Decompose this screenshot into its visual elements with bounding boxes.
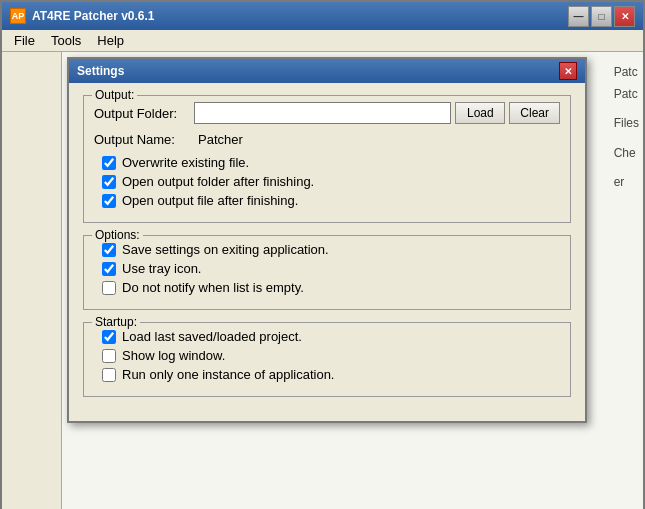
output-group: Output: Output Folder: Load Clear Output… — [83, 95, 571, 223]
modal-overlay: Settings ✕ Output: Output Folder: Load C… — [2, 2, 643, 507]
dialog-title-bar: Settings ✕ — [69, 59, 585, 83]
output-folder-row: Output Folder: Load Clear — [94, 102, 560, 124]
checkbox-overwrite-input[interactable] — [102, 156, 116, 170]
checkbox-show-log: Show log window. — [94, 348, 560, 363]
checkbox-open-file-input[interactable] — [102, 194, 116, 208]
checkbox-save-settings: Save settings on exiting application. — [94, 242, 560, 257]
output-name-value: Patcher — [194, 130, 247, 149]
load-button[interactable]: Load — [455, 102, 505, 124]
checkbox-overwrite-label: Overwrite existing file. — [122, 155, 249, 170]
checkbox-overwrite: Overwrite existing file. — [94, 155, 560, 170]
checkbox-tray-icon: Use tray icon. — [94, 261, 560, 276]
dialog-content: Output: Output Folder: Load Clear Output… — [69, 83, 585, 421]
options-group-label: Options: — [92, 228, 143, 242]
checkbox-show-log-label: Show log window. — [122, 348, 225, 363]
checkbox-one-instance: Run only one instance of application. — [94, 367, 560, 382]
checkbox-load-last-label: Load last saved/loaded project. — [122, 329, 302, 344]
dialog-close-button[interactable]: ✕ — [559, 62, 577, 80]
clear-button[interactable]: Clear — [509, 102, 560, 124]
checkbox-no-notify-label: Do not notify when list is empty. — [122, 280, 304, 295]
checkbox-save-settings-input[interactable] — [102, 243, 116, 257]
checkbox-tray-icon-input[interactable] — [102, 262, 116, 276]
dialog-title: Settings — [77, 64, 559, 78]
checkbox-tray-icon-label: Use tray icon. — [122, 261, 201, 276]
checkbox-save-settings-label: Save settings on exiting application. — [122, 242, 329, 257]
output-name-row: Output Name: Patcher — [94, 130, 560, 149]
output-folder-label: Output Folder: — [94, 106, 194, 121]
startup-group: Startup: Load last saved/loaded project.… — [83, 322, 571, 397]
checkbox-no-notify: Do not notify when list is empty. — [94, 280, 560, 295]
checkbox-open-folder-input[interactable] — [102, 175, 116, 189]
options-group: Options: Save settings on exiting applic… — [83, 235, 571, 310]
settings-dialog: Settings ✕ Output: Output Folder: Load C… — [67, 57, 587, 423]
output-group-label: Output: — [92, 88, 137, 102]
checkbox-open-file: Open output file after finishing. — [94, 193, 560, 208]
startup-group-label: Startup: — [92, 315, 140, 329]
checkbox-load-last: Load last saved/loaded project. — [94, 329, 560, 344]
checkbox-open-folder: Open output folder after finishing. — [94, 174, 560, 189]
checkbox-open-folder-label: Open output folder after finishing. — [122, 174, 314, 189]
checkbox-show-log-input[interactable] — [102, 349, 116, 363]
main-window: AP AT4RE Patcher v0.6.1 — □ ✕ File Tools… — [0, 0, 645, 509]
checkbox-no-notify-input[interactable] — [102, 281, 116, 295]
checkbox-one-instance-input[interactable] — [102, 368, 116, 382]
output-name-label: Output Name: — [94, 132, 194, 147]
checkbox-one-instance-label: Run only one instance of application. — [122, 367, 334, 382]
checkbox-open-file-label: Open output file after finishing. — [122, 193, 298, 208]
output-folder-input[interactable] — [194, 102, 451, 124]
checkbox-load-last-input[interactable] — [102, 330, 116, 344]
